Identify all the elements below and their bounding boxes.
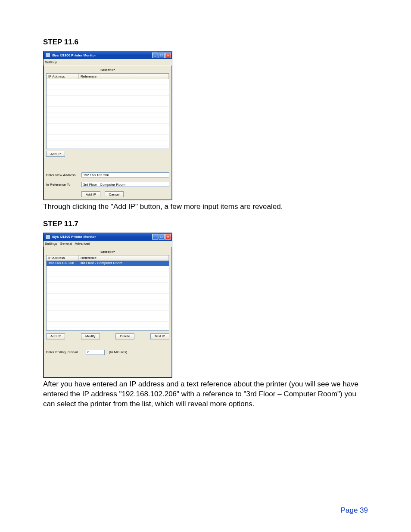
ip-listview[interactable]: IP Address Reference 192.168.102.206 3rd… — [46, 255, 169, 331]
enter-new-address-input[interactable]: 192.168.102.206 — [81, 172, 169, 177]
in-reference-to-label: In Reference To — [46, 183, 79, 187]
in-reference-to-input[interactable]: 3rd Floor - Computer Room — [81, 182, 169, 187]
test-ip-button[interactable]: Test IP — [150, 333, 169, 339]
minimize-button[interactable]: _ — [152, 234, 158, 240]
column-ip-address[interactable]: IP Address — [47, 255, 79, 261]
menu-advanced[interactable]: Advanced — [75, 242, 90, 246]
row-ip-cell: 192.168.102.206 — [47, 261, 78, 265]
page-number: Page 39 — [341, 506, 368, 515]
step-1-body: Through clicking the "Add IP" button, a … — [43, 202, 368, 212]
modify-button[interactable]: Modify — [81, 333, 100, 339]
menubar: Settings General Advanced — [44, 241, 172, 247]
step-heading-1: STEP 11.6 — [43, 38, 368, 47]
app-icon — [45, 234, 50, 240]
window-title: iSys IJ1800 Printer Monitor — [52, 235, 96, 239]
column-ip-address[interactable]: IP Address — [47, 74, 79, 79]
enter-new-address-label: Enter New Address — [46, 173, 79, 177]
polling-interval-input[interactable]: 0 — [86, 350, 105, 355]
app-icon — [45, 53, 50, 58]
close-button[interactable]: × — [165, 53, 171, 58]
menu-general[interactable]: General — [60, 242, 72, 246]
select-ip-label: Select IP — [46, 250, 169, 254]
menu-settings[interactable]: Settings — [45, 242, 57, 246]
minimize-button[interactable]: _ — [152, 53, 158, 58]
select-ip-label: Select IP — [46, 68, 169, 72]
window-1: iSys IJ1800 Printer Monitor _ □ × Settin… — [43, 51, 172, 200]
maximize-button[interactable]: □ — [159, 53, 165, 58]
cancel-button[interactable]: Cancel — [105, 191, 124, 197]
column-reference[interactable]: Reference — [79, 255, 169, 261]
menubar: Settings — [44, 59, 172, 65]
ip-listview[interactable]: IP Address Reference — [46, 73, 169, 149]
polling-interval-unit: (In Minutes) — [109, 350, 127, 354]
titlebar: iSys IJ1800 Printer Monitor _ □ × — [44, 233, 172, 241]
table-row[interactable]: 192.168.102.206 3rd Floor - Computer Roo… — [47, 261, 169, 266]
menu-settings[interactable]: Settings — [45, 60, 57, 64]
window-title: iSys IJ1800 Printer Monitor — [52, 53, 96, 57]
close-button[interactable]: × — [165, 234, 171, 240]
step-2-body: After you have entered an IP address and… — [43, 380, 368, 409]
row-ref-cell: 3rd Floor - Computer Room — [78, 261, 169, 265]
titlebar: iSys IJ1800 Printer Monitor _ □ × — [44, 51, 172, 59]
column-reference[interactable]: Reference — [79, 74, 169, 79]
maximize-button[interactable]: □ — [159, 234, 165, 240]
delete-button[interactable]: Delete — [115, 333, 134, 339]
window-2: iSys IJ1800 Printer Monitor _ □ × Settin… — [43, 233, 172, 378]
step-heading-2: STEP 11.7 — [43, 220, 368, 228]
add-ip-button[interactable]: Add IP — [46, 151, 65, 157]
add-ip-confirm-button[interactable]: Add IP — [81, 191, 100, 197]
add-ip-button[interactable]: Add IP — [46, 333, 65, 339]
polling-interval-label: Enter Polling Interval — [46, 350, 83, 354]
